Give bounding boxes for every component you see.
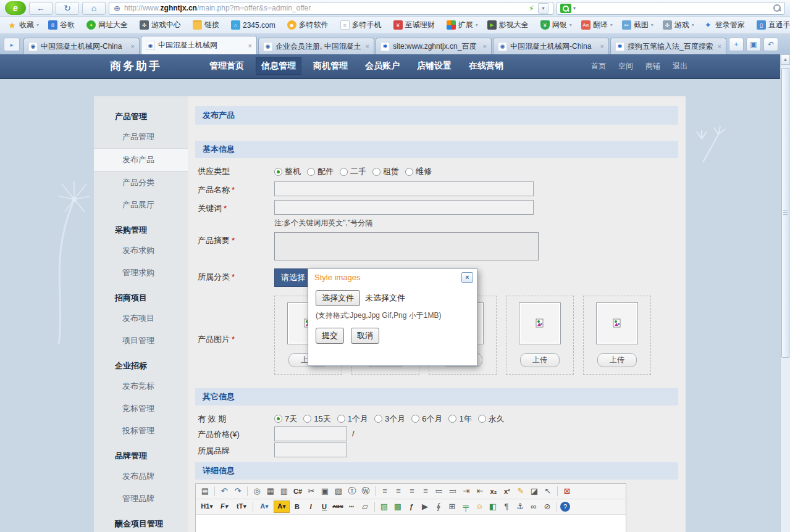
- sidebar-item[interactable]: 管理求购: [94, 262, 188, 284]
- attachment-icon[interactable]: ∮: [432, 501, 445, 513]
- toolbar-translate[interactable]: Aa翻译▾: [581, 20, 613, 30]
- align-right-icon[interactable]: ≡: [406, 485, 418, 497]
- cut-icon[interactable]: ✂: [305, 485, 317, 497]
- search-magnifier-icon[interactable]: [773, 4, 781, 12]
- font-color-icon[interactable]: A▾: [256, 501, 272, 513]
- clean-format-icon[interactable]: ✎: [515, 485, 527, 497]
- tab-close-icon[interactable]: ×: [131, 43, 135, 50]
- horizontal-rule-icon[interactable]: ╤: [460, 501, 472, 513]
- submit-button[interactable]: 提交: [316, 328, 344, 344]
- scrollbar-up-arrow[interactable]: ▲: [781, 54, 790, 65]
- supply-type-radio[interactable]: 整机: [274, 163, 301, 177]
- subscript-icon[interactable]: x₂: [487, 485, 500, 497]
- italic-icon[interactable]: I: [305, 501, 317, 513]
- address-bar[interactable]: ⊕ http://www.zghntjx.cn/main.php?m=offer…: [109, 2, 553, 15]
- highlight-color-icon[interactable]: A▾: [274, 501, 290, 513]
- tab-close-icon[interactable]: ×: [718, 43, 721, 50]
- eraser-icon[interactable]: ▱: [359, 501, 371, 513]
- bookmark-site-nav[interactable]: ✦网址大全: [86, 20, 130, 30]
- summary-textarea[interactable]: [274, 232, 539, 260]
- tab-member-register[interactable]: ◉企业会员注册, 中国混凝土×: [258, 38, 374, 54]
- validity-radio[interactable]: 永久: [478, 410, 505, 425]
- insert-images-icon[interactable]: ▩: [392, 501, 404, 513]
- code-icon[interactable]: C#: [292, 485, 304, 497]
- help-icon[interactable]: ?: [560, 502, 570, 512]
- outdent-icon[interactable]: ⇤: [474, 485, 486, 497]
- table-icon[interactable]: ⊞: [446, 501, 458, 513]
- preview-icon[interactable]: ◎: [251, 485, 263, 497]
- toolbar-login-guard[interactable]: ✦登录管家: [704, 20, 747, 30]
- lightning-speed-icon[interactable]: ⚡: [529, 4, 534, 13]
- search-engine-caret-icon[interactable]: ▾: [573, 6, 576, 11]
- validity-radio[interactable]: 1年: [448, 410, 471, 425]
- bookmark-google[interactable]: 8谷歌: [48, 20, 77, 30]
- sidebar-item[interactable]: 发布项目: [94, 307, 188, 330]
- nav-menu-item[interactable]: 店铺设置: [411, 57, 457, 75]
- supply-type-radio[interactable]: 租赁: [372, 163, 399, 177]
- fullscreen-icon[interactable]: ⊠: [561, 485, 573, 497]
- nav-menu-item[interactable]: 商机管理: [308, 57, 353, 75]
- anchor-icon[interactable]: ⚓: [514, 501, 526, 513]
- bookmark-links-folder[interactable]: 链接: [193, 20, 222, 30]
- refresh-button[interactable]: ↻: [56, 2, 79, 15]
- size-select[interactable]: tT▾: [233, 501, 250, 513]
- underline-icon[interactable]: U: [318, 501, 330, 513]
- bookmark-2345[interactable]: ⌂2345.com: [231, 20, 278, 30]
- nav-user-link[interactable]: 退出: [673, 61, 687, 72]
- sidebar-item[interactable]: 发布品牌: [94, 465, 188, 488]
- editor-content-area[interactable]: [196, 515, 626, 532]
- justify-icon[interactable]: ≡: [419, 485, 432, 497]
- pin-tabs-icon[interactable]: ▸: [4, 38, 20, 51]
- sidebar-item[interactable]: 项目管理: [94, 330, 188, 352]
- product-name-input[interactable]: [274, 181, 534, 196]
- dashed-border-icon[interactable]: ┅: [345, 501, 358, 513]
- paste-word-icon[interactable]: Ⓦ: [359, 485, 372, 497]
- toolbar-screenshot[interactable]: ✂截图▾: [622, 20, 653, 30]
- price-input[interactable]: [274, 426, 347, 441]
- choose-file-button[interactable]: 选择文件: [316, 290, 360, 306]
- bookmark-favorites[interactable]: ★收藏▾: [7, 20, 39, 30]
- paste-board-icon[interactable]: ▤: [199, 485, 211, 497]
- unlink-icon[interactable]: ⊘: [541, 501, 553, 513]
- paste-text-icon[interactable]: Ⓣ: [346, 485, 358, 497]
- sidebar-item[interactable]: 发布竞标: [94, 375, 188, 397]
- sidebar-item[interactable]: 发布求购: [94, 239, 188, 262]
- bookmark-game-center[interactable]: ✜游戏中心: [140, 20, 183, 30]
- tab-zghntjx-china-2[interactable]: ◉中国混凝土机械网-China×: [493, 38, 609, 54]
- paste-icon[interactable]: ▧: [332, 485, 345, 497]
- select-cursor-icon[interactable]: ↖: [542, 485, 554, 497]
- cancel-button[interactable]: 取消: [351, 328, 379, 344]
- address-dropdown-button[interactable]: ▾: [538, 3, 548, 14]
- category-choose-button[interactable]: 请选择: [274, 268, 312, 287]
- tab-close-icon[interactable]: ×: [366, 43, 369, 50]
- sidebar-item[interactable]: 发布产品: [94, 148, 188, 172]
- tab-close-icon[interactable]: ×: [483, 43, 487, 50]
- toolbar-extensions[interactable]: 扩展▾: [447, 20, 478, 30]
- close-icon[interactable]: ×: [461, 272, 473, 283]
- bookmark-zhicheng-finance[interactable]: ¥至诚理财: [393, 20, 437, 30]
- brand-input[interactable]: [274, 443, 347, 457]
- nav-user-link[interactable]: 商铺: [645, 61, 660, 72]
- validity-radio[interactable]: 3个月: [374, 410, 405, 425]
- nav-menu-item[interactable]: 会员账户: [359, 57, 405, 75]
- new-tab-button[interactable]: +: [729, 38, 744, 51]
- nav-menu-item[interactable]: 信息管理: [256, 57, 301, 75]
- redo-icon[interactable]: ↷: [232, 485, 244, 497]
- bullet-list-icon[interactable]: ≕: [447, 485, 459, 497]
- validity-radio[interactable]: 6个月: [411, 410, 442, 425]
- print-icon[interactable]: ▦: [264, 485, 277, 497]
- tab-zghntjx-active[interactable]: ◉中国混凝土机械网×: [141, 36, 257, 54]
- heading-select[interactable]: H1▾: [199, 501, 215, 513]
- gallery-icon[interactable]: ◧: [487, 501, 499, 513]
- nav-user-link[interactable]: 首页: [591, 61, 606, 72]
- insert-image-icon[interactable]: ▨: [378, 501, 390, 513]
- tab-sogou-wubi[interactable]: ✱搜狗五笔输入法_百度搜索×: [610, 38, 726, 54]
- tab-close-icon[interactable]: ×: [600, 43, 604, 50]
- validity-radio[interactable]: 15天: [303, 410, 330, 425]
- tab-close-icon[interactable]: ×: [248, 42, 252, 49]
- browser-logo-icon[interactable]: e: [5, 1, 26, 15]
- strikethrough-icon[interactable]: ABC: [332, 501, 344, 513]
- sidebar-item[interactable]: 竞标管理: [94, 397, 188, 420]
- nav-menu-item[interactable]: 管理首页: [204, 57, 250, 75]
- copy-icon[interactable]: ▣: [319, 485, 331, 497]
